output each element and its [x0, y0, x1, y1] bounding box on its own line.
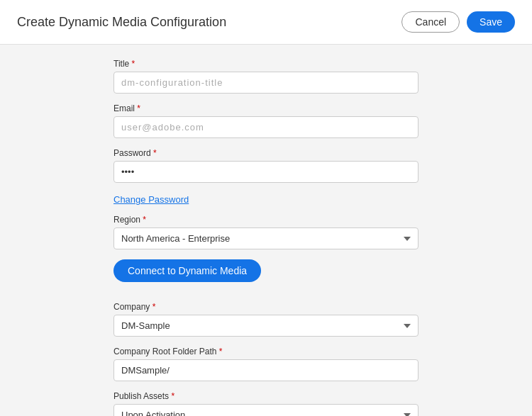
region-select[interactable]: North America - Enterprise Europe Asia P… [113, 227, 419, 249]
root-folder-group: Company Root Folder Path * [113, 347, 419, 381]
password-label: Password * [113, 148, 419, 158]
region-group: Region * North America - Enterprise Euro… [113, 215, 419, 249]
root-folder-label: Company Root Folder Path * [113, 347, 419, 356]
title-group: Title * [113, 59, 419, 94]
title-label: Title * [113, 59, 419, 69]
change-password-link[interactable]: Change Password [113, 194, 189, 205]
email-group: Email * [113, 103, 419, 138]
root-folder-input[interactable] [113, 359, 419, 381]
password-input[interactable] [113, 161, 419, 183]
page-header: Create Dynamic Media Configuration Cance… [0, 0, 532, 45]
region-label: Region * [113, 215, 419, 225]
company-label: Company * [113, 302, 419, 312]
publish-group: Publish Assets * Upon Activation Immedia… [113, 391, 419, 416]
cancel-button[interactable]: Cancel [401, 11, 460, 33]
publish-select[interactable]: Upon Activation Immediately Selective Pu… [113, 404, 419, 416]
save-button[interactable]: Save [467, 11, 515, 33]
email-label: Email * [113, 103, 419, 113]
company-group: Company * DM-Sample DM-Enterprise [113, 302, 419, 337]
company-select[interactable]: DM-Sample DM-Enterprise [113, 315, 419, 337]
connect-button-wrapper: Connect to Dynamic Media [113, 259, 419, 292]
email-input[interactable] [113, 116, 419, 138]
publish-label: Publish Assets * [113, 391, 419, 401]
password-group: Password * [113, 148, 419, 183]
page-title: Create Dynamic Media Configuration [17, 15, 226, 30]
connect-button[interactable]: Connect to Dynamic Media [113, 259, 261, 282]
title-input[interactable] [113, 72, 419, 94]
header-actions: Cancel Save [401, 11, 515, 33]
form-container: Title * Email * Password * Change Passwo… [0, 45, 532, 416]
